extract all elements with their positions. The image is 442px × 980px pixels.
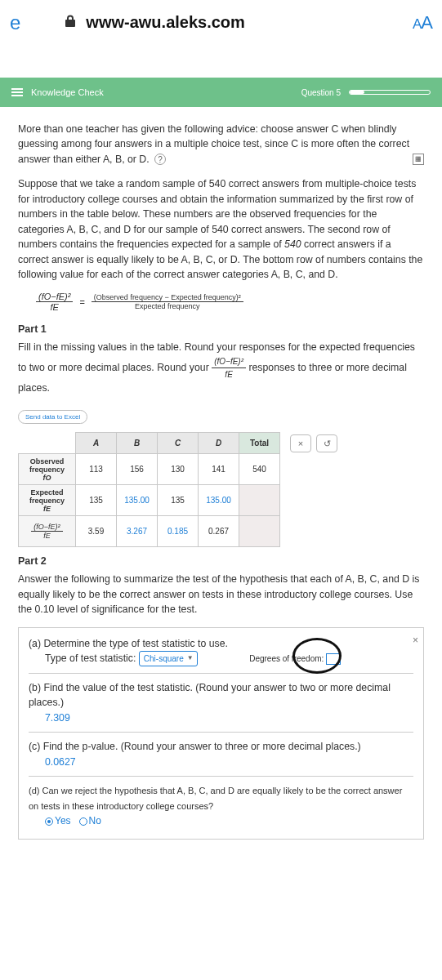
answer-box: × (a) Determine the type of test statist… (18, 627, 424, 840)
p-value[interactable]: 0.0627 (29, 756, 76, 768)
header-title: Knowledge Check (31, 87, 301, 97)
part1-heading: Part 1 (18, 323, 424, 335)
no-radio[interactable] (79, 817, 87, 826)
table-row: Expected frequencyfE 135 135.00 135 135.… (19, 485, 280, 516)
part-b: (b) Find the value of the test statistic… (29, 673, 413, 725)
frequency-table: A B C D Total Observed frequencyfO 113 1… (18, 432, 280, 547)
question-number: Question 5 (301, 88, 341, 97)
table-row: (fO−fE)²fE 3.59 3.267 0.185 0.267 . (19, 516, 280, 547)
help-icon[interactable]: ? (154, 154, 166, 165)
calculator-icon[interactable]: ▦ (413, 154, 424, 165)
row-expected: Expected frequencyfE (19, 485, 76, 516)
yes-radio[interactable] (45, 817, 53, 826)
part-a: (a) Determine the type of test statistic… (29, 636, 413, 666)
part1-instr: Fill in the missing values in the table.… (18, 340, 424, 395)
part-d: (d) Can we reject the hypothesis that A,… (29, 776, 413, 828)
test-statistic-dropdown[interactable]: Chi-square (139, 651, 198, 666)
col-C: C (158, 433, 199, 454)
lock-icon (65, 15, 76, 31)
row-chisq: (fO−fE)²fE (19, 516, 76, 547)
col-B: B (117, 433, 158, 454)
progress-bar (349, 90, 431, 95)
reset-button[interactable]: ↺ (316, 434, 337, 452)
col-total: Total (239, 433, 280, 454)
degrees-of-freedom-input[interactable] (326, 653, 341, 665)
clear-button[interactable]: × (290, 434, 311, 452)
menu-icon[interactable] (11, 87, 23, 98)
col-D: D (199, 433, 239, 454)
page-header: Knowledge Check Question 5 (0, 78, 442, 107)
close-icon[interactable]: × (413, 633, 418, 648)
intro-p1: More than one teacher has given the foll… (18, 122, 424, 167)
browser-letter: e (10, 11, 20, 34)
col-A: A (76, 433, 117, 454)
browser-url: www-awu.aleks.com (86, 13, 403, 32)
send-to-excel-button[interactable]: Send data to Excel (18, 410, 87, 424)
intro-p2: Suppose that we take a random sample of … (18, 176, 424, 282)
part2-instr: Answer the following to summarize the te… (18, 572, 424, 617)
part-c: (c) Find the p-value. (Round your answer… (29, 732, 413, 769)
text-size-control[interactable]: AA (413, 12, 432, 33)
formula: (fO−fE)² fE = (Observed frequency − Expe… (36, 292, 424, 312)
row-observed: Observed frequencyfO (19, 454, 76, 485)
table-row: Observed frequencyfO 113 156 130 141 540 (19, 454, 280, 485)
browser-address-bar: e www-awu.aleks.com AA (0, 0, 442, 45)
part2-heading: Part 2 (18, 555, 424, 567)
test-statistic-value[interactable]: 7.309 (29, 712, 70, 724)
